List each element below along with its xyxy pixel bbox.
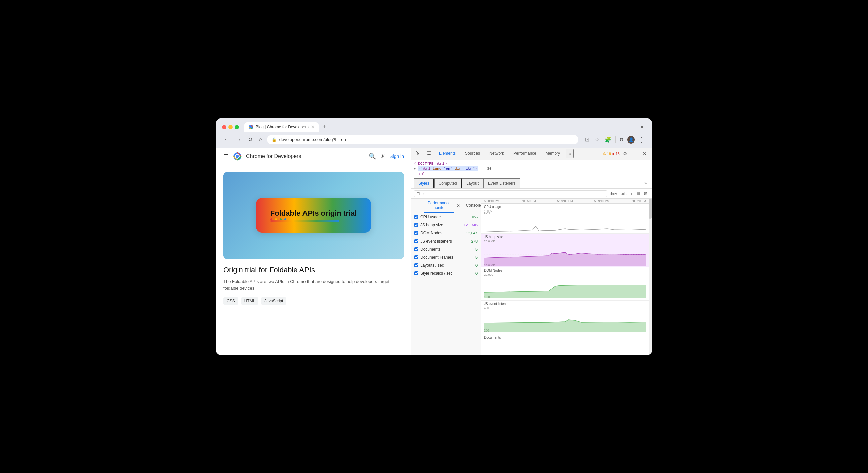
perf-metric-value-7: 0 [475, 271, 477, 275]
js-heap-chart-label: JS heap size 20.0 MB [484, 235, 646, 243]
profile-button[interactable]: 👤 [627, 136, 635, 144]
bookmark-button[interactable]: ☆ [593, 135, 601, 144]
google-account-button[interactable]: G [618, 136, 625, 144]
devtools-tab-sources[interactable]: Sources [461, 149, 484, 158]
add-style-button[interactable]: + [629, 191, 634, 196]
devtools-tab-elements[interactable]: Elements [435, 149, 460, 158]
dot-blue [284, 218, 286, 220]
html-element-line[interactable]: ▶ <html lang="en" dir="ltr"> == $0 [413, 166, 649, 171]
styles-filter-input[interactable] [413, 190, 607, 197]
perf-metric-label-6: Layouts / sec [420, 263, 473, 267]
perf-metric-checkbox-2[interactable] [414, 231, 418, 235]
blog-content: Foldable APIs origin trial Origin tria [217, 165, 410, 355]
perf-metric-checkbox-3[interactable] [414, 239, 418, 243]
devtools-more-button[interactable]: ⋮ [631, 150, 640, 158]
devtools-bottom: Styles Computed Layout Event Listeners »… [411, 178, 651, 355]
perf-panel-more-button[interactable]: ⋮ [413, 201, 424, 210]
cls-filter-button[interactable]: .cls [620, 191, 628, 196]
tag-css[interactable]: CSS [223, 297, 238, 305]
address-text: developer.chrome.com/blog?hl=en [279, 137, 574, 142]
performance-monitor: ⋮ Performance monitor ✕ Console ✕ CPU us… [411, 199, 651, 355]
reload-button[interactable]: ↻ [246, 135, 254, 144]
js-events-title: JS event listeners [484, 302, 646, 306]
styles-tab-computed[interactable]: Computed [434, 178, 462, 188]
tag-javascript[interactable]: JavaScript [261, 297, 286, 305]
js-events-chart-label: JS event listeners 400 [484, 302, 646, 310]
minimize-traffic-light[interactable] [228, 125, 232, 129]
blog-featured-image: Foldable APIs origin trial [223, 172, 404, 259]
perf-metric-7: Style recalcs / sec0 [411, 269, 481, 277]
site-name: Chrome for Developers [246, 153, 301, 159]
devtools-close-button[interactable]: ✕ [641, 150, 649, 158]
perf-metric-value-4: 5 [475, 247, 477, 251]
html-open-bracket: < [419, 166, 422, 170]
hamburger-menu-button[interactable]: ☰ [223, 153, 228, 160]
inspect-element-button[interactable] [413, 149, 423, 158]
warning-count: 19 [607, 152, 611, 156]
blog-tags: CSS HTML JavaScript [223, 297, 404, 305]
perf-metric-checkbox-5[interactable] [414, 255, 418, 259]
perf-close-tab-button[interactable]: ✕ [454, 202, 463, 210]
styles-tab-layout[interactable]: Layout [462, 178, 483, 188]
devtools-settings-button[interactable]: ⚙ [621, 150, 629, 158]
perf-charts-area: 5:08:40 PM 5:08:50 PM 5:09:00 PM 5:09:10… [481, 199, 649, 355]
browser-menu-button[interactable]: ⋮ [638, 135, 646, 145]
perf-tab-console[interactable]: Console [463, 201, 481, 211]
dom-nodes-title: DOM Nodes [484, 269, 646, 272]
perf-metric-label-3: JS event listeners [420, 239, 469, 244]
dom-nodes-chart-svg [484, 276, 646, 298]
perf-metric-value-3: 278 [471, 239, 477, 243]
forward-button[interactable]: → [234, 135, 243, 144]
home-button[interactable]: ⌂ [257, 135, 265, 144]
perf-metric-label-1: JS heap size [420, 223, 462, 227]
perf-metric-checkbox-6[interactable] [414, 263, 418, 267]
devtools-toolbar-right: ⚠ 19 ■ 15 ⚙ ⋮ ✕ [603, 150, 649, 158]
perf-metric-value-5: 5 [475, 255, 477, 259]
styles-tab-styles[interactable]: Styles [413, 178, 434, 188]
foldable-apis-card: Foldable APIs origin trial [256, 198, 371, 233]
perf-metric-value-1: 12.1 MB [464, 223, 477, 227]
devtools-panel: Elements Sources Network Performance Mem… [410, 148, 651, 355]
device-toolbar-button[interactable] [424, 149, 434, 158]
cpu-chart-svg [484, 213, 646, 233]
perf-scrollbar-track[interactable] [649, 199, 651, 355]
extension-button[interactable]: 🧩 [603, 135, 613, 144]
address-bar[interactable]: 🔒 developer.chrome.com/blog?hl=en [267, 135, 578, 144]
cast-button[interactable]: ⊡ [584, 135, 591, 144]
theme-toggle-button[interactable]: ☀ [380, 153, 385, 160]
sign-in-button[interactable]: Sign in [390, 154, 404, 159]
styles-tab-event-listeners[interactable]: Event Listeners [483, 178, 520, 188]
js-heap-20mb-label: 20.0 MB [484, 240, 646, 243]
cpu-chart-title: CPU usage [484, 205, 501, 209]
time-label-3: 5:09:10 PM [594, 199, 609, 203]
styles-tab-overflow[interactable]: » [643, 179, 649, 187]
perf-metric-checkbox-4[interactable] [414, 247, 418, 251]
perf-tab-performance-monitor[interactable]: Performance monitor [424, 199, 454, 213]
site-search-button[interactable]: 🔍 [369, 153, 376, 160]
devtools-tab-performance[interactable]: Performance [509, 149, 540, 158]
devtools-tab-memory[interactable]: Memory [542, 149, 564, 158]
split-view-button[interactable]: ▨ [643, 191, 649, 196]
card-underline [270, 220, 340, 222]
maximize-traffic-light[interactable] [235, 125, 239, 129]
perf-metric-checkbox-0[interactable] [414, 215, 418, 219]
html-dir-attr: dir= [455, 166, 463, 170]
devtools-tab-overflow-button[interactable]: » [565, 149, 574, 158]
layout-view-button[interactable]: ▤ [636, 191, 642, 196]
close-traffic-light[interactable] [222, 125, 226, 129]
devtools-tab-network[interactable]: Network [485, 149, 508, 158]
js-heap-chart-section: JS heap size 20.0 MB 10.0 MB [481, 234, 649, 267]
tab-close-button[interactable]: ✕ [311, 124, 314, 130]
new-tab-button[interactable]: + [320, 122, 329, 132]
svg-point-5 [236, 155, 239, 158]
perf-scrollbar-thumb[interactable] [649, 199, 651, 219]
html-arrow: ▶ [413, 166, 418, 170]
js-events-chart-area [484, 310, 646, 332]
tag-html[interactable]: HTML [241, 297, 259, 305]
back-button[interactable]: ← [222, 135, 231, 144]
perf-metric-checkbox-7[interactable] [414, 271, 418, 275]
hov-filter-button[interactable]: :hov [609, 191, 618, 196]
tab-menu-button[interactable]: ▾ [638, 123, 646, 132]
perf-metric-checkbox-1[interactable] [414, 223, 418, 227]
active-tab[interactable]: Blog | Chrome for Developers ✕ [244, 122, 318, 132]
